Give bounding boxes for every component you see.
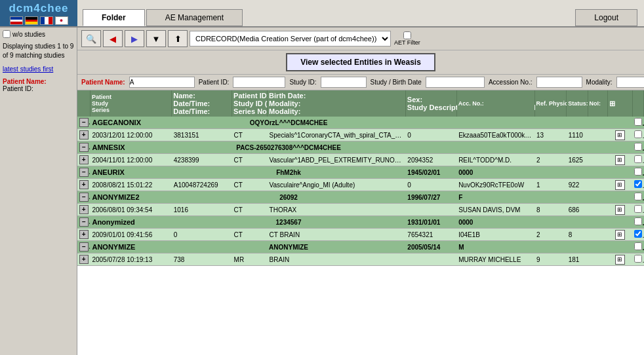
study-expand-btn-cell[interactable]: + [77,253,90,266]
aet-filter-checkbox[interactable] [403,31,411,39]
modality-input[interactable] [616,77,644,88]
patient-checkbox[interactable] [634,143,642,151]
study-grid-icon[interactable]: ⊞ [615,255,625,265]
patient-expand-btn[interactable]: − [77,191,90,204]
study-nos-cell: 8 [567,229,588,241]
table-row: + 2003/12/01 12:00:00 3813151 CT Special… [77,129,644,141]
patient-id-separator: 1234567 [172,216,406,229]
study-grid-icon[interactable]: ⊞ [615,180,625,190]
study-grid-icon[interactable]: ⊞ [615,130,625,140]
col-mod-header: Patient ID: Study ID (@Media): Series No… [232,90,268,117]
study-grid-icon[interactable]: ⊞ [615,155,625,165]
patient-checkbox-cell[interactable] [632,166,643,179]
patient-checkbox-cell[interactable] [632,117,643,129]
study-grid-icon[interactable]: ⊞ [615,205,625,215]
wo-studies-checkbox[interactable] [3,30,10,38]
search-section: Patient Name: Patient ID: Study ID: Stud… [77,75,644,90]
patient-checkbox-cell[interactable] [632,241,643,253]
study-expand-icon[interactable]: + [79,130,89,140]
patient-sex-cell [456,117,534,129]
table-row: − ANONYMIZE ANONYMIZE 2005/05/14 M [77,241,644,253]
patient-checkbox-cell[interactable] [632,216,643,229]
patient-checkbox[interactable] [634,193,642,200]
patient-checkbox-cell[interactable] [632,141,643,154]
patient-name-input[interactable] [129,77,195,88]
logo-text: dcm4chee [9,2,68,15]
tab-logout[interactable]: Logout [575,9,637,26]
patient-sex-cell: F [456,191,534,204]
study-checkbox[interactable] [634,205,642,213]
study-checkbox[interactable] [634,230,642,238]
toolbar-btn-search[interactable]: 🔍 [81,30,101,47]
toolbar-btn-upload[interactable]: ⬆ [168,30,188,47]
study-checkbox-cell[interactable] [632,129,643,141]
patient-name-cell: AGECANONIX [90,117,171,129]
patient-name-cell: ANEURIX [90,166,171,179]
patient-checkbox[interactable] [634,118,642,126]
patient-checkbox[interactable] [634,168,642,176]
patient-expand-btn[interactable]: − [77,141,90,154]
study-nol-cell [588,154,607,166]
study-id-cell: 4238399 [172,154,232,166]
table-row: − AMNESIX PACS-2650276308^^^DCM4CHEE [77,141,644,154]
study-checkbox[interactable] [634,155,642,163]
study-desc-cell: THORAX [268,204,406,216]
patient-expand-btn[interactable]: − [77,216,90,229]
study-expand-icon[interactable]: + [79,230,89,239]
study-expand-btn-cell[interactable]: + [77,129,90,141]
study-checkbox-cell[interactable] [632,253,643,266]
study-grid-icon[interactable]: ⊞ [615,230,625,240]
flag-de-icon[interactable] [25,16,38,25]
patient-checkbox[interactable] [634,242,642,250]
study-ref-cell: SUSAN DAVIS, DVM [456,204,534,216]
study-ref-cell: I04E1B [456,229,534,241]
study-expand-btn-cell[interactable]: + [77,204,90,216]
study-date-input[interactable] [426,77,485,88]
study-checkbox[interactable] [634,255,642,263]
wo-studies-label: w/o studies [12,31,45,38]
study-checkbox-cell[interactable] [632,179,643,191]
flag-jp-icon[interactable]: ● [55,16,68,25]
study-id-input[interactable] [321,77,367,88]
study-desc-cell: Specials^1CoronaryCTA_with_spiral_CTA_pr… [268,129,406,141]
patient-birthdate-cell [405,117,456,129]
toolbar-btn-prev[interactable]: ◀ [103,30,123,47]
tab-ae-management[interactable]: AE Management [146,9,243,26]
tab-folder[interactable]: Folder [83,9,145,26]
study-expand-icon[interactable]: + [79,155,89,164]
col-nos-header: Status: NoS: [567,90,588,117]
patient-expand-btn[interactable]: − [77,166,90,179]
weasis-button[interactable]: View selected Entities in Weasis [286,53,435,71]
study-checkbox-cell[interactable] [632,204,643,216]
accession-input[interactable] [536,77,582,88]
toolbar-btn-down[interactable]: ▼ [146,30,166,47]
patient-checkbox-cell[interactable] [632,191,643,204]
patient-id-input[interactable] [233,77,285,88]
patient-expand-btn[interactable]: − [77,241,90,253]
study-checkbox-cell[interactable] [632,154,643,166]
patient-expand-btn[interactable]: − [77,117,90,129]
study-expand-icon[interactable]: + [79,255,89,264]
patient-checkbox[interactable] [634,217,642,225]
study-expand-btn-cell[interactable]: + [77,179,90,191]
toolbar-btn-next[interactable]: ▶ [125,30,144,47]
col-patient-study-header: Patient Study Series [90,90,171,117]
study-expand-btn-cell[interactable]: + [77,229,90,241]
study-checkbox[interactable] [634,180,642,188]
study-checkbox[interactable] [634,130,642,138]
study-datetime-cell: 2004/11/01 12:00:00 [90,154,171,166]
study-status-cell: 2 [534,154,567,166]
modality-search-label: Modality: [586,79,613,86]
flag-fr-icon[interactable] [40,16,53,25]
study-expand-icon[interactable]: + [79,180,89,189]
study-acc-cell: 0 [405,129,456,141]
study-acc-cell: 2094352 [405,154,456,166]
server-select[interactable]: CDRECORD(Media Creation Server (part of … [190,31,391,47]
study-datetime-cell: 2003/12/01 12:00:00 [90,129,171,141]
study-id-search-label: Study ID: [289,79,316,86]
sidebar-link-latest[interactable]: latest studies first [3,65,74,73]
study-expand-icon[interactable]: + [79,205,89,214]
study-expand-btn-cell[interactable]: + [77,154,90,166]
study-checkbox-cell[interactable] [632,229,643,241]
flag-uk-icon[interactable] [10,16,23,25]
